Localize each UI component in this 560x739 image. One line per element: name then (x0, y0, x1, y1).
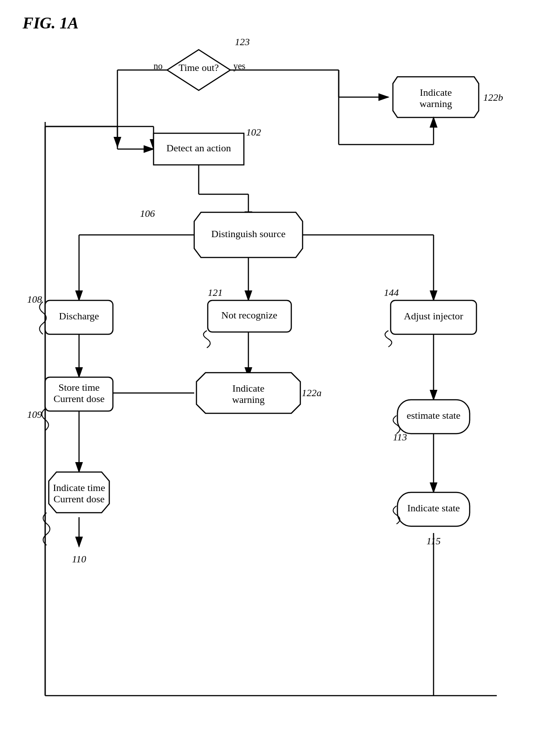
ref-122a: 122a (302, 387, 322, 398)
squiggle-not-recognize (204, 331, 210, 348)
indicate-time-line1: Indicate time (53, 482, 105, 493)
ref-123: 123 (235, 36, 250, 47)
squiggle-adjust (385, 331, 392, 347)
ref-122b: 122b (483, 92, 503, 103)
indicate-state-label: Indicate state (407, 502, 460, 514)
diagram-container: FIG. 1A (0, 0, 560, 739)
ref-102: 102 (246, 126, 261, 138)
indicate-warning-top-line1: Indicate (420, 87, 452, 98)
ref-113: 113 (393, 431, 407, 443)
indicate-time-line2: Current dose (53, 493, 104, 505)
store-time-line1: Store time (58, 382, 99, 393)
ref-115: 115 (426, 535, 440, 547)
ref-121: 121 (208, 287, 223, 298)
ref-108: 108 (27, 294, 42, 305)
squiggle-indicate-time (43, 513, 50, 545)
ref-109: 109 (27, 409, 42, 420)
no-label: no (154, 61, 163, 71)
adjust-injector-label: Adjust injector (404, 310, 463, 322)
indicate-warning-top-line2: warning (420, 98, 452, 109)
detect-action-label: Detect an action (167, 142, 231, 154)
not-recognize-label: Not recognize (221, 309, 277, 321)
timeout-label: Time out? (178, 62, 219, 73)
ref-106: 106 (140, 208, 155, 219)
discharge-label: Discharge (59, 310, 99, 322)
indicate-warning-mid-line2: warning (232, 394, 265, 405)
ref-144: 144 (384, 287, 399, 298)
ref-110: 110 (72, 553, 86, 565)
store-time-line2: Current dose (53, 393, 104, 404)
distinguish-source-label: Distinguish source (211, 228, 285, 239)
indicate-warning-mid-line1: Indicate (233, 383, 265, 394)
yes-label: yes (233, 61, 246, 71)
flowchart-svg: Time out? no yes 123 Indicate warning 12… (0, 0, 560, 739)
estimate-state-label: estimate state (406, 410, 460, 421)
